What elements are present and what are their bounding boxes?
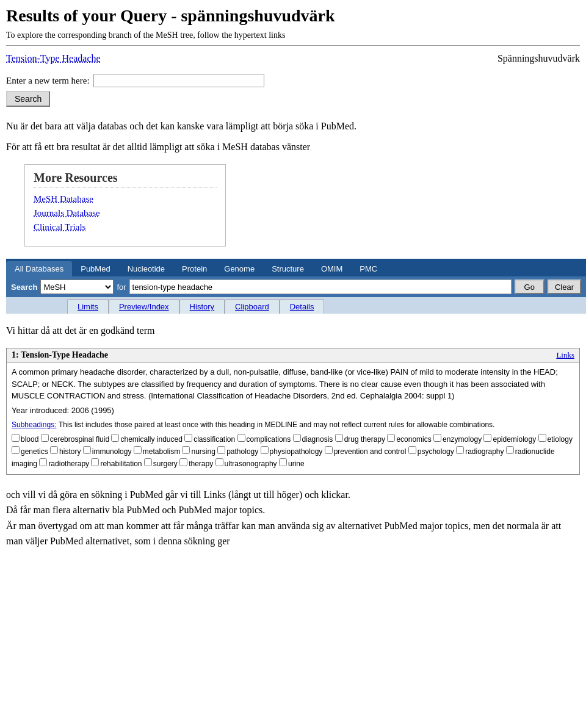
- checkbox-label: etiology: [548, 435, 573, 444]
- checkbox-label: enzymology: [443, 435, 482, 444]
- checkbox-etiology[interactable]: [538, 434, 546, 442]
- checkbox-label: psychology: [418, 447, 454, 456]
- sub-tab-limits[interactable]: Limits: [67, 299, 109, 314]
- checkbox-classification[interactable]: [184, 434, 192, 442]
- clinical-trials-link[interactable]: Clinical Trials: [34, 222, 217, 232]
- ncbi-tabs: All Databases PubMed Nucleotide Protein …: [6, 259, 586, 276]
- checkbox-drug-therapy[interactable]: [335, 434, 343, 442]
- checkbox-radiography[interactable]: [456, 446, 464, 454]
- checkbox-genetics[interactable]: [12, 446, 20, 454]
- mesh-database-link[interactable]: MeSH Database: [34, 194, 217, 204]
- checkbox-label: urine: [288, 460, 305, 468]
- outro-p2: Då får man flera alternativ bla PubMed o…: [6, 502, 580, 518]
- result-num: 1:: [12, 350, 19, 359]
- swedish-term: Spänningshuvudvärk: [497, 53, 580, 64]
- ncbi-for-label: for: [117, 283, 126, 292]
- checkbox-chemically-induced[interactable]: [111, 434, 119, 442]
- checkbox-surgery[interactable]: [144, 458, 152, 466]
- checkbox-complications[interactable]: [237, 434, 245, 442]
- checkbox-cerebrospinal-fluid[interactable]: [41, 434, 49, 442]
- journals-database-link[interactable]: Journals Database: [34, 208, 217, 218]
- checkbox-label: pathology: [226, 447, 258, 456]
- godkand-text: Vi hittar då att det är en godkänd term: [6, 323, 580, 338]
- checkbox-diagnosis[interactable]: [293, 434, 301, 442]
- sub-tab-clipboard[interactable]: Clipboard: [225, 299, 280, 314]
- checkbox-label: therapy: [189, 460, 213, 468]
- ncbi-clear-button[interactable]: Clear: [548, 279, 581, 294]
- ncbi-search-row: Search MeSH PubMed Nucleotide for Go Cle…: [6, 276, 586, 297]
- tab-omim[interactable]: OMIM: [313, 261, 351, 276]
- checkbox-blood[interactable]: [12, 434, 20, 442]
- checkbox-label: blood: [21, 435, 38, 444]
- search-button[interactable]: Search: [6, 91, 50, 107]
- checkbox-label: radiography: [465, 447, 504, 456]
- checkbox-history[interactable]: [50, 446, 58, 454]
- outro-text: och vill vi då göra en sökning i PubMed …: [6, 487, 580, 549]
- new-term-input[interactable]: [93, 74, 264, 87]
- sub-tab-history[interactable]: History: [179, 299, 225, 314]
- subheadings-label[interactable]: Subheadings:: [12, 420, 56, 429]
- outro-p1: och vill vi då göra en sökning i PubMed …: [6, 487, 580, 503]
- checkbox-label: economics: [396, 435, 431, 444]
- tab-nucleotide[interactable]: Nucleotide: [119, 261, 173, 276]
- checkbox-therapy[interactable]: [179, 458, 187, 466]
- checkbox-radiotherapy[interactable]: [39, 458, 47, 466]
- tab-genome[interactable]: Genome: [215, 261, 263, 276]
- tab-all-databases[interactable]: All Databases: [6, 261, 72, 276]
- checkbox-label: metabolism: [143, 447, 180, 456]
- search-form: Enter a new term here: Search: [6, 74, 580, 107]
- checkbox-label: physiopathology: [270, 447, 323, 456]
- checkbox-label: epidemiology: [493, 435, 536, 444]
- ncbi-db-select[interactable]: MeSH PubMed Nucleotide: [40, 279, 114, 294]
- tab-pubmed[interactable]: PubMed: [72, 261, 118, 276]
- search-form-label: Enter a new term here:: [6, 76, 90, 86]
- checkbox-urine[interactable]: [279, 458, 287, 466]
- ncbi-go-button[interactable]: Go: [515, 279, 544, 294]
- checkbox-radionuclide-imaging[interactable]: [506, 446, 514, 454]
- mesh-term-link[interactable]: Tension-Type Headache: [6, 53, 101, 64]
- checkbox-label: history: [59, 447, 81, 456]
- outro-p3: Är man övertygad om att man kommer att f…: [6, 518, 580, 549]
- checkbox-label: drug therapy: [344, 435, 385, 444]
- result-row: Tension-Type Headache Spänningshuvudvärk: [6, 53, 580, 64]
- tab-pmc[interactable]: PMC: [351, 261, 386, 276]
- checkbox-enzymology[interactable]: [433, 434, 441, 442]
- checkbox-psychology[interactable]: [408, 446, 416, 454]
- checkbox-label: radiotherapy: [48, 460, 89, 468]
- checkbox-rehabilitation[interactable]: [91, 458, 99, 466]
- checkbox-nursing[interactable]: [182, 446, 190, 454]
- checkbox-epidemiology[interactable]: [483, 434, 491, 442]
- result-header-row: 1: Tension-Type Headache Links: [6, 348, 580, 362]
- year-introduced: Year introduced: 2006 (1995): [12, 405, 574, 417]
- checkbox-metabolism[interactable]: [134, 446, 142, 454]
- checkbox-label: cerebrospinal fluid: [50, 435, 109, 444]
- checkbox-physiopathology[interactable]: [261, 446, 269, 454]
- result-heading: Tension-Type Headache: [21, 350, 108, 359]
- tab-structure[interactable]: Structure: [263, 261, 313, 276]
- sub-tab-preview-index[interactable]: Preview/Index: [109, 299, 179, 314]
- checkbox-prevention-and-control[interactable]: [325, 446, 333, 454]
- links-link[interactable]: Links: [556, 350, 574, 360]
- tab-protein[interactable]: Protein: [173, 261, 215, 276]
- checkbox-label: surgery: [153, 460, 178, 468]
- ncbi-search-input[interactable]: [129, 279, 512, 294]
- result-body: A common primary headache disorder, char…: [6, 362, 580, 475]
- more-resources-box: More Resources MeSH Database Journals Da…: [24, 164, 226, 247]
- subtitle: To explore the corresponding branch of t…: [6, 31, 580, 40]
- ncbi-bar: All Databases PubMed Nucleotide Protein …: [6, 259, 586, 314]
- checkbox-immunology[interactable]: [83, 446, 91, 454]
- checkbox-label: classification: [194, 435, 235, 444]
- sub-tab-details[interactable]: Details: [280, 299, 325, 314]
- checkbox-label: ultrasonography: [225, 460, 277, 468]
- divider: [6, 45, 580, 46]
- checkbox-pathology[interactable]: [217, 446, 225, 454]
- page-title: Results of your Query - spänningshuvudvä…: [6, 6, 580, 26]
- checkbox-label: complications: [247, 435, 291, 444]
- checkbox-ultrasonography[interactable]: [215, 458, 223, 466]
- ncbi-sub-tabs: Limits Preview/Index History Clipboard D…: [6, 297, 586, 314]
- result-section: 1: Tension-Type Headache Links A common …: [6, 348, 580, 475]
- checkbox-label: rehabilitation: [100, 460, 142, 468]
- body-text-1: Nu är det bara att välja databas och det…: [6, 119, 580, 134]
- checkbox-label: immunology: [92, 447, 132, 456]
- checkbox-economics[interactable]: [387, 434, 395, 442]
